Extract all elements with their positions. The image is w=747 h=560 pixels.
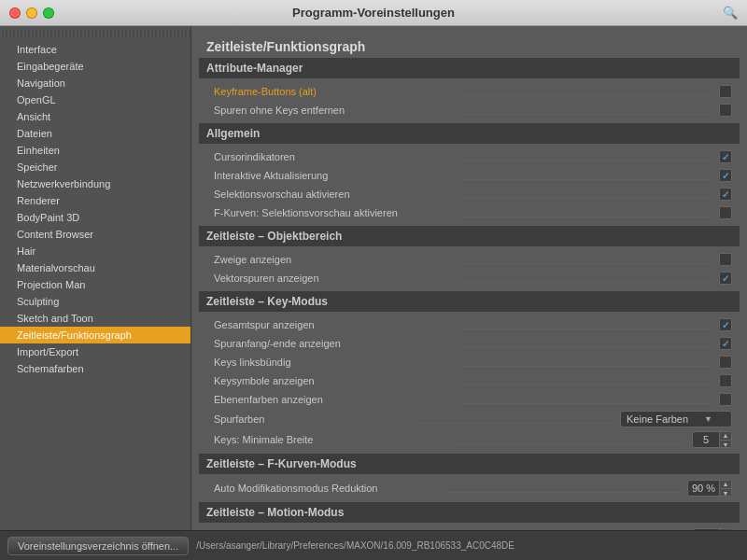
sidebar-item-opengl[interactable]: OpenGL <box>0 91 190 108</box>
dots-allgemein-1 <box>465 171 712 180</box>
spinner-motionmodus-0[interactable]: 5 B▲▼ <box>692 528 732 530</box>
sidebar-item-contentbrowser[interactable]: Content Browser <box>0 226 190 243</box>
checkbox-allgemein-3[interactable] <box>719 206 732 219</box>
sidebar-item-sculpting[interactable]: Sculpting <box>0 293 190 310</box>
row-keymodus-6: Keys: Minimale Breite5▲▼ <box>199 429 740 450</box>
dots-keymodus-6 <box>451 435 684 444</box>
spinner-down-icon[interactable]: ▼ <box>720 440 731 448</box>
checkbox-attributemanager-1[interactable] <box>719 104 732 117</box>
sidebar-item-materialvorschau[interactable]: Materialvorschau <box>0 259 190 276</box>
sidebar-item-importexport[interactable]: Import/Export <box>0 343 190 360</box>
row-allgemein-3: F-Kurven: Selektionsvorschau aktivieren <box>199 203 740 222</box>
row-label-keymodus-2: Keys linksbündig <box>214 357 461 368</box>
dots-attributemanager-0 <box>465 87 712 96</box>
spinner-keymodus-6[interactable]: 5▲▼ <box>692 431 732 448</box>
sidebar-item-sketchandtoon[interactable]: Sketch and Toon <box>0 310 190 327</box>
checkbox-objektbereich-0[interactable] <box>719 253 732 266</box>
row-motionmodus-0: Motion Clip Übergangszeit5 B▲▼ <box>199 526 740 530</box>
close-button[interactable] <box>9 7 21 19</box>
sidebar-item-eingabegeraete[interactable]: Eingabegeräte <box>0 58 190 75</box>
minimize-button[interactable] <box>26 7 37 19</box>
window-controls[interactable] <box>9 7 54 19</box>
row-label-attributemanager-0: Keyframe-Buttons (alt) <box>214 86 461 97</box>
row-control-keymodus-6[interactable]: 5▲▼ <box>692 431 732 448</box>
row-control-keymodus-4[interactable] <box>719 393 732 406</box>
checkbox-allgemein-0[interactable] <box>719 150 732 163</box>
sidebar: InterfaceEingabegeräteNavigationOpenGLAn… <box>0 26 191 530</box>
row-control-allgemein-0[interactable] <box>719 150 732 163</box>
row-keymodus-5: SpurfarbenKeine Farben▼ <box>199 409 740 429</box>
row-fkurvenmodus-0: Auto Modifikationsmodus Reduktion90 %▲▼ <box>199 478 740 498</box>
spinner-up-icon[interactable]: ▲ <box>720 431 731 440</box>
row-control-keymodus-2[interactable] <box>719 356 732 369</box>
checkbox-objektbereich-1[interactable] <box>719 272 732 285</box>
row-control-allgemein-2[interactable] <box>719 188 732 201</box>
dropdown-keymodus-5[interactable]: Keine Farben▼ <box>620 411 732 427</box>
section-header-keymodus: Zeitleiste – Key-Modus <box>199 291 740 312</box>
row-attributemanager-1: Spuren ohne Keys entfernen <box>199 101 740 119</box>
sidebar-item-einheiten[interactable]: Einheiten <box>0 142 190 159</box>
sidebar-item-bodypaint3d[interactable]: BodyPaint 3D <box>0 209 190 226</box>
sidebar-item-dateien[interactable]: Dateien <box>0 125 190 142</box>
checkbox-attributemanager-0[interactable] <box>719 85 732 98</box>
spinner-fkurvenmodus-0[interactable]: 90 %▲▼ <box>687 480 732 497</box>
search-icon[interactable]: 🔍 <box>721 4 740 22</box>
sidebar-item-interface[interactable]: Interface <box>0 41 190 58</box>
dots-objektbereich-0 <box>465 255 712 264</box>
checkbox-allgemein-2[interactable] <box>719 188 732 201</box>
row-control-keymodus-0[interactable] <box>719 318 732 331</box>
checkbox-keymodus-0[interactable] <box>719 318 732 331</box>
sidebar-item-ansicht[interactable]: Ansicht <box>0 108 190 125</box>
dots-keymodus-0 <box>465 320 712 329</box>
row-label-allgemein-3: F-Kurven: Selektionsvorschau aktivieren <box>214 207 461 218</box>
sidebar-item-renderer[interactable]: Renderer <box>0 192 190 209</box>
dots-allgemein-0 <box>465 152 712 161</box>
row-control-motionmodus-0[interactable]: 5 B▲▼ <box>692 528 732 530</box>
prefs-path: /Users/asanger/Library/Preferences/MAXON… <box>196 540 740 551</box>
checkbox-keymodus-4[interactable] <box>719 393 732 406</box>
dots-keymodus-2 <box>465 357 712 367</box>
row-keymodus-0: Gesamtspur anzeigen <box>199 315 740 334</box>
row-keymodus-3: Keysymbole anzeigen <box>199 371 740 390</box>
row-objektbereich-1: Vektorspuren anzeigen <box>199 269 740 287</box>
page-title: Zeitleiste/Funktionsgraph <box>199 34 740 58</box>
sidebar-item-projectionman[interactable]: Projection Man <box>0 276 190 293</box>
sidebar-item-netzwerkverbindung[interactable]: Netzwerkverbindung <box>0 175 190 192</box>
row-control-keymodus-1[interactable] <box>719 337 732 350</box>
spinner-up-icon[interactable]: ▲ <box>720 480 731 488</box>
row-control-objektbereich-1[interactable] <box>719 272 732 285</box>
checkbox-keymodus-1[interactable] <box>719 337 732 350</box>
checkbox-keymodus-2[interactable] <box>719 356 732 369</box>
row-label-keymodus-5: Spurfarben <box>214 413 412 425</box>
checkbox-keymodus-3[interactable] <box>719 374 732 387</box>
row-control-objektbereich-0[interactable] <box>719 253 732 266</box>
dots-keymodus-5 <box>416 414 613 424</box>
maximize-button[interactable] <box>43 7 54 19</box>
dots-keymodus-1 <box>465 339 712 348</box>
dots-keymodus-3 <box>465 376 712 385</box>
row-control-keymodus-3[interactable] <box>719 374 732 387</box>
sidebar-item-zeitleiste[interactable]: Zeitleiste/Funktionsgraph <box>0 327 190 343</box>
row-control-attributemanager-1[interactable] <box>719 104 732 117</box>
dots-allgemein-2 <box>465 189 712 199</box>
row-control-allgemein-3[interactable] <box>719 206 732 219</box>
row-control-fkurvenmodus-0[interactable]: 90 %▲▼ <box>687 480 732 497</box>
checkbox-allgemein-1[interactable] <box>719 169 732 182</box>
sidebar-item-schemafarben[interactable]: Schemafarben <box>0 360 190 377</box>
row-control-keymodus-5[interactable]: Keine Farben▼ <box>620 411 732 427</box>
open-prefs-button[interactable]: Voreinstellungsverzeichnis öffnen... <box>7 537 189 555</box>
row-control-attributemanager-0[interactable] <box>719 85 732 98</box>
sidebar-item-speicher[interactable]: Speicher <box>0 159 190 175</box>
spinner-down-icon[interactable]: ▼ <box>720 488 731 497</box>
row-control-allgemein-1[interactable] <box>719 169 732 182</box>
row-allgemein-2: Selektionsvorschau aktivieren <box>199 185 740 203</box>
row-objektbereich-0: Zweige anzeigen <box>199 250 740 269</box>
spinner-up-icon[interactable]: ▲ <box>720 528 731 530</box>
section-header-motionmodus: Zeitleiste – Motion-Modus <box>199 502 740 523</box>
sidebar-item-hair[interactable]: Hair <box>0 243 190 259</box>
row-attributemanager-0: Keyframe-Buttons (alt) <box>199 82 740 101</box>
row-label-keymodus-3: Keysymbole anzeigen <box>214 375 461 386</box>
sidebar-item-navigation[interactable]: Navigation <box>0 75 190 91</box>
section-header-allgemein: Allgemein <box>199 123 740 144</box>
row-allgemein-1: Interaktive Aktualisierung <box>199 166 740 185</box>
